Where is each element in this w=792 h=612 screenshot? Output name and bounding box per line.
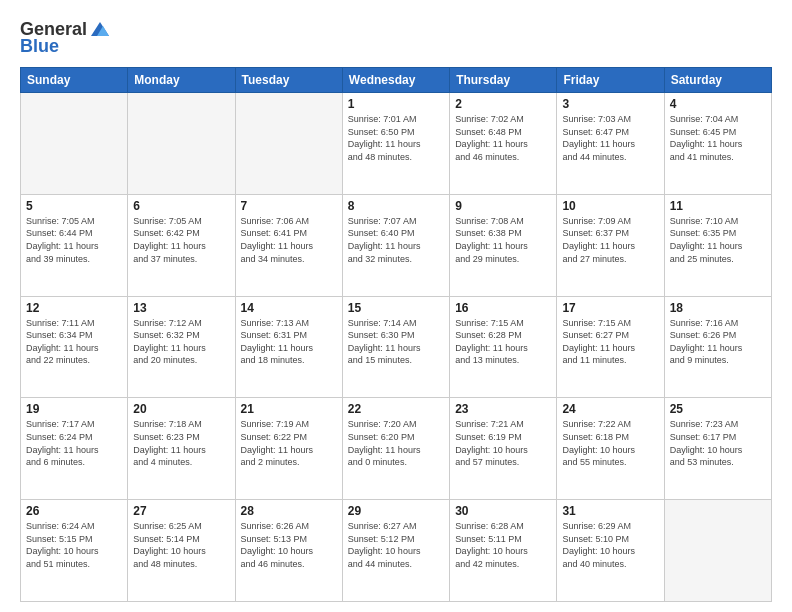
logo-icon	[89, 18, 111, 40]
day-info: Sunrise: 7:11 AM Sunset: 6:34 PM Dayligh…	[26, 317, 122, 367]
calendar-cell	[21, 93, 128, 195]
calendar-cell: 18Sunrise: 7:16 AM Sunset: 6:26 PM Dayli…	[664, 296, 771, 398]
day-number: 14	[241, 301, 337, 315]
calendar-cell: 14Sunrise: 7:13 AM Sunset: 6:31 PM Dayli…	[235, 296, 342, 398]
day-info: Sunrise: 7:18 AM Sunset: 6:23 PM Dayligh…	[133, 418, 229, 468]
calendar-cell: 22Sunrise: 7:20 AM Sunset: 6:20 PM Dayli…	[342, 398, 449, 500]
calendar-cell: 29Sunrise: 6:27 AM Sunset: 5:12 PM Dayli…	[342, 500, 449, 602]
header: General Blue	[20, 18, 772, 57]
day-info: Sunrise: 7:04 AM Sunset: 6:45 PM Dayligh…	[670, 113, 766, 163]
day-number: 2	[455, 97, 551, 111]
day-info: Sunrise: 7:17 AM Sunset: 6:24 PM Dayligh…	[26, 418, 122, 468]
calendar-cell: 21Sunrise: 7:19 AM Sunset: 6:22 PM Dayli…	[235, 398, 342, 500]
day-info: Sunrise: 7:15 AM Sunset: 6:28 PM Dayligh…	[455, 317, 551, 367]
calendar-cell: 6Sunrise: 7:05 AM Sunset: 6:42 PM Daylig…	[128, 194, 235, 296]
day-info: Sunrise: 7:03 AM Sunset: 6:47 PM Dayligh…	[562, 113, 658, 163]
day-number: 18	[670, 301, 766, 315]
calendar-week-row: 1Sunrise: 7:01 AM Sunset: 6:50 PM Daylig…	[21, 93, 772, 195]
calendar-cell	[664, 500, 771, 602]
calendar-header-row: SundayMondayTuesdayWednesdayThursdayFrid…	[21, 68, 772, 93]
day-info: Sunrise: 7:22 AM Sunset: 6:18 PM Dayligh…	[562, 418, 658, 468]
day-info: Sunrise: 6:25 AM Sunset: 5:14 PM Dayligh…	[133, 520, 229, 570]
day-number: 1	[348, 97, 444, 111]
day-number: 9	[455, 199, 551, 213]
calendar-day-header: Tuesday	[235, 68, 342, 93]
day-info: Sunrise: 7:21 AM Sunset: 6:19 PM Dayligh…	[455, 418, 551, 468]
calendar-day-header: Wednesday	[342, 68, 449, 93]
day-info: Sunrise: 7:09 AM Sunset: 6:37 PM Dayligh…	[562, 215, 658, 265]
calendar-cell	[128, 93, 235, 195]
calendar-cell: 10Sunrise: 7:09 AM Sunset: 6:37 PM Dayli…	[557, 194, 664, 296]
day-number: 26	[26, 504, 122, 518]
calendar-cell: 31Sunrise: 6:29 AM Sunset: 5:10 PM Dayli…	[557, 500, 664, 602]
day-info: Sunrise: 7:12 AM Sunset: 6:32 PM Dayligh…	[133, 317, 229, 367]
calendar-week-row: 26Sunrise: 6:24 AM Sunset: 5:15 PM Dayli…	[21, 500, 772, 602]
day-number: 15	[348, 301, 444, 315]
calendar-day-header: Saturday	[664, 68, 771, 93]
day-number: 22	[348, 402, 444, 416]
calendar-cell: 2Sunrise: 7:02 AM Sunset: 6:48 PM Daylig…	[450, 93, 557, 195]
day-info: Sunrise: 6:24 AM Sunset: 5:15 PM Dayligh…	[26, 520, 122, 570]
day-number: 7	[241, 199, 337, 213]
day-number: 10	[562, 199, 658, 213]
day-info: Sunrise: 7:02 AM Sunset: 6:48 PM Dayligh…	[455, 113, 551, 163]
day-info: Sunrise: 6:28 AM Sunset: 5:11 PM Dayligh…	[455, 520, 551, 570]
day-info: Sunrise: 7:14 AM Sunset: 6:30 PM Dayligh…	[348, 317, 444, 367]
day-number: 13	[133, 301, 229, 315]
day-number: 27	[133, 504, 229, 518]
day-number: 24	[562, 402, 658, 416]
calendar-week-row: 19Sunrise: 7:17 AM Sunset: 6:24 PM Dayli…	[21, 398, 772, 500]
day-info: Sunrise: 7:20 AM Sunset: 6:20 PM Dayligh…	[348, 418, 444, 468]
day-info: Sunrise: 7:15 AM Sunset: 6:27 PM Dayligh…	[562, 317, 658, 367]
day-number: 5	[26, 199, 122, 213]
calendar-cell	[235, 93, 342, 195]
calendar-cell: 5Sunrise: 7:05 AM Sunset: 6:44 PM Daylig…	[21, 194, 128, 296]
day-info: Sunrise: 6:27 AM Sunset: 5:12 PM Dayligh…	[348, 520, 444, 570]
calendar-cell: 16Sunrise: 7:15 AM Sunset: 6:28 PM Dayli…	[450, 296, 557, 398]
day-info: Sunrise: 7:10 AM Sunset: 6:35 PM Dayligh…	[670, 215, 766, 265]
day-info: Sunrise: 7:05 AM Sunset: 6:44 PM Dayligh…	[26, 215, 122, 265]
calendar-cell: 8Sunrise: 7:07 AM Sunset: 6:40 PM Daylig…	[342, 194, 449, 296]
calendar-cell: 7Sunrise: 7:06 AM Sunset: 6:41 PM Daylig…	[235, 194, 342, 296]
day-number: 28	[241, 504, 337, 518]
calendar-cell: 25Sunrise: 7:23 AM Sunset: 6:17 PM Dayli…	[664, 398, 771, 500]
calendar-day-header: Monday	[128, 68, 235, 93]
day-info: Sunrise: 7:23 AM Sunset: 6:17 PM Dayligh…	[670, 418, 766, 468]
calendar-cell: 23Sunrise: 7:21 AM Sunset: 6:19 PM Dayli…	[450, 398, 557, 500]
day-info: Sunrise: 6:26 AM Sunset: 5:13 PM Dayligh…	[241, 520, 337, 570]
calendar-cell: 19Sunrise: 7:17 AM Sunset: 6:24 PM Dayli…	[21, 398, 128, 500]
calendar-cell: 26Sunrise: 6:24 AM Sunset: 5:15 PM Dayli…	[21, 500, 128, 602]
calendar-cell: 20Sunrise: 7:18 AM Sunset: 6:23 PM Dayli…	[128, 398, 235, 500]
day-number: 17	[562, 301, 658, 315]
calendar-cell: 28Sunrise: 6:26 AM Sunset: 5:13 PM Dayli…	[235, 500, 342, 602]
calendar-cell: 30Sunrise: 6:28 AM Sunset: 5:11 PM Dayli…	[450, 500, 557, 602]
day-info: Sunrise: 7:07 AM Sunset: 6:40 PM Dayligh…	[348, 215, 444, 265]
calendar-cell: 1Sunrise: 7:01 AM Sunset: 6:50 PM Daylig…	[342, 93, 449, 195]
calendar-week-row: 12Sunrise: 7:11 AM Sunset: 6:34 PM Dayli…	[21, 296, 772, 398]
calendar-cell: 15Sunrise: 7:14 AM Sunset: 6:30 PM Dayli…	[342, 296, 449, 398]
page: General Blue SundayMondayTuesdayWednesda…	[0, 0, 792, 612]
day-number: 23	[455, 402, 551, 416]
day-info: Sunrise: 7:01 AM Sunset: 6:50 PM Dayligh…	[348, 113, 444, 163]
logo: General Blue	[20, 18, 111, 57]
calendar-cell: 17Sunrise: 7:15 AM Sunset: 6:27 PM Dayli…	[557, 296, 664, 398]
calendar-week-row: 5Sunrise: 7:05 AM Sunset: 6:44 PM Daylig…	[21, 194, 772, 296]
day-number: 4	[670, 97, 766, 111]
day-number: 19	[26, 402, 122, 416]
day-number: 16	[455, 301, 551, 315]
day-info: Sunrise: 7:05 AM Sunset: 6:42 PM Dayligh…	[133, 215, 229, 265]
day-number: 30	[455, 504, 551, 518]
day-info: Sunrise: 7:19 AM Sunset: 6:22 PM Dayligh…	[241, 418, 337, 468]
calendar-day-header: Friday	[557, 68, 664, 93]
calendar-cell: 12Sunrise: 7:11 AM Sunset: 6:34 PM Dayli…	[21, 296, 128, 398]
calendar-cell: 11Sunrise: 7:10 AM Sunset: 6:35 PM Dayli…	[664, 194, 771, 296]
day-number: 3	[562, 97, 658, 111]
calendar-cell: 27Sunrise: 6:25 AM Sunset: 5:14 PM Dayli…	[128, 500, 235, 602]
calendar-cell: 9Sunrise: 7:08 AM Sunset: 6:38 PM Daylig…	[450, 194, 557, 296]
calendar-day-header: Thursday	[450, 68, 557, 93]
calendar-day-header: Sunday	[21, 68, 128, 93]
day-number: 8	[348, 199, 444, 213]
calendar-table: SundayMondayTuesdayWednesdayThursdayFrid…	[20, 67, 772, 602]
calendar-cell: 24Sunrise: 7:22 AM Sunset: 6:18 PM Dayli…	[557, 398, 664, 500]
day-number: 21	[241, 402, 337, 416]
